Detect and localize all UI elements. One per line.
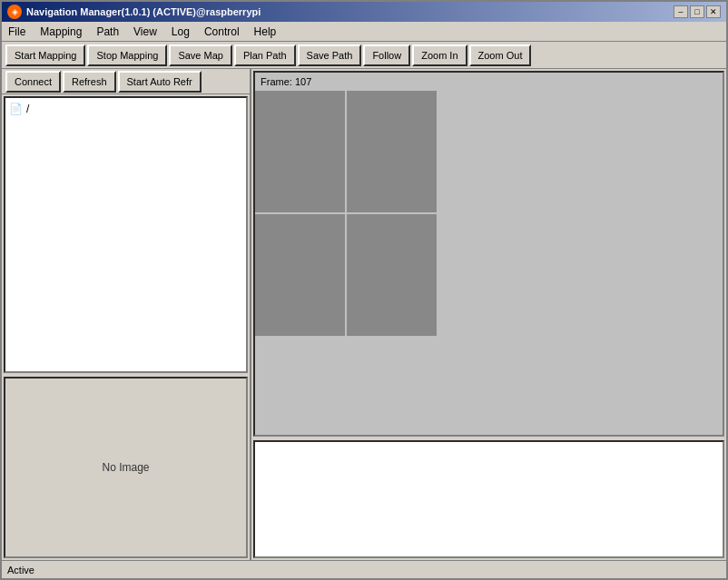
- menu-file[interactable]: File: [5, 25, 28, 39]
- close-button[interactable]: ✕: [706, 5, 721, 18]
- app-icon: ◈: [7, 5, 22, 19]
- follow-button[interactable]: Follow: [363, 44, 410, 66]
- status-text: Active: [7, 565, 34, 575]
- window-title: Navigation Manager(1.0.1) (ACTIVE)@raspb…: [26, 6, 261, 17]
- zoom-in-button[interactable]: Zoom In: [412, 44, 467, 66]
- status-bar: Active: [2, 560, 726, 578]
- map-area[interactable]: Frame: 107: [253, 71, 724, 437]
- minimize-button[interactable]: –: [674, 5, 688, 18]
- file-icon: 📄: [9, 103, 23, 115]
- right-panel: Frame: 107: [251, 69, 726, 560]
- menu-control[interactable]: Control: [202, 25, 242, 39]
- file-tree-root-label: /: [26, 103, 29, 115]
- stop-mapping-button[interactable]: Stop Mapping: [87, 44, 167, 66]
- map-cell-tr: [347, 91, 437, 212]
- bottom-panel: [253, 440, 724, 558]
- start-auto-refresh-button[interactable]: Start Auto Refr: [118, 71, 202, 93]
- main-content: Connect Refresh Start Auto Refr 📄 / No I…: [2, 69, 726, 560]
- connect-button[interactable]: Connect: [5, 71, 61, 93]
- no-image-label: No Image: [102, 461, 149, 474]
- title-bar-left: ◈ Navigation Manager(1.0.1) (ACTIVE)@ras…: [7, 5, 261, 19]
- start-mapping-button[interactable]: Start Mapping: [5, 44, 85, 66]
- plan-path-button[interactable]: Plan Path: [234, 44, 296, 66]
- left-toolbar: Connect Refresh Start Auto Refr: [2, 69, 250, 94]
- map-cell-tl: [255, 91, 345, 212]
- zoom-out-button[interactable]: Zoom Out: [469, 44, 532, 66]
- title-bar: ◈ Navigation Manager(1.0.1) (ACTIVE)@ras…: [2, 2, 726, 22]
- map-cell-br: [347, 214, 437, 336]
- menu-log[interactable]: Log: [169, 25, 192, 39]
- left-panel: Connect Refresh Start Auto Refr 📄 / No I…: [2, 69, 251, 560]
- file-tree-root[interactable]: 📄 /: [9, 102, 242, 116]
- menu-mapping[interactable]: Mapping: [37, 25, 84, 39]
- main-window: ◈ Navigation Manager(1.0.1) (ACTIVE)@ras…: [0, 0, 728, 580]
- menubar: File Mapping Path View Log Control Help: [2, 22, 726, 42]
- menu-path[interactable]: Path: [93, 25, 122, 39]
- map-grid: [255, 91, 437, 336]
- menu-view[interactable]: View: [131, 25, 160, 39]
- title-controls: – □ ✕: [674, 5, 721, 18]
- main-toolbar: Start Mapping Stop Mapping Save Map Plan…: [2, 42, 726, 69]
- refresh-button[interactable]: Refresh: [63, 71, 116, 93]
- maximize-button[interactable]: □: [690, 5, 704, 18]
- image-panel: No Image: [4, 377, 248, 558]
- frame-label: Frame: 107: [261, 76, 311, 87]
- menu-help[interactable]: Help: [251, 25, 280, 39]
- map-cell-bl: [255, 214, 345, 336]
- file-tree[interactable]: 📄 /: [4, 96, 248, 373]
- save-path-button[interactable]: Save Path: [298, 44, 362, 66]
- save-map-button[interactable]: Save Map: [169, 44, 232, 66]
